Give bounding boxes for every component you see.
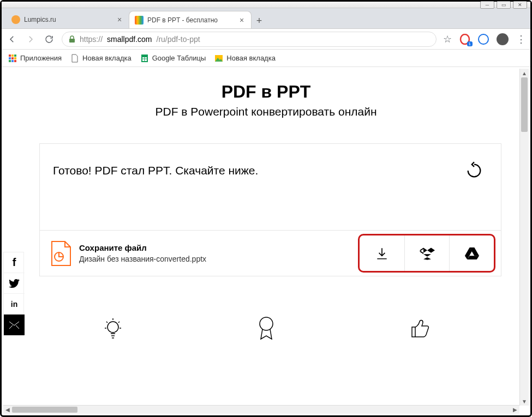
facebook-share-button[interactable]: f <box>4 252 25 273</box>
feature-icons-row <box>3 315 529 342</box>
file-name: Дизайн без названия-converted.pptx <box>79 255 206 263</box>
save-file-label: Сохраните файл <box>79 243 206 252</box>
twitter-share-button[interactable] <box>4 273 25 294</box>
svg-rect-7 <box>14 57 16 59</box>
svg-point-19 <box>260 317 273 330</box>
scroll-thumb[interactable] <box>12 407 77 413</box>
favicon-icon <box>135 16 144 25</box>
address-bar: https://smallpdf.com/ru/pdf-to-ppt ☆ 1 ⋮ <box>2 29 530 50</box>
email-icon <box>9 322 19 329</box>
minimize-button[interactable]: ─ <box>480 1 494 9</box>
award-icon <box>253 315 280 342</box>
twitter-icon <box>9 279 20 288</box>
tab-smallpdf[interactable]: PDF в PPT - бесплатно × <box>129 11 252 28</box>
bookmark-newtab1[interactable]: Новая вкладка <box>70 54 131 63</box>
reload-button[interactable] <box>43 33 55 45</box>
url-input[interactable]: https://smallpdf.com/ru/pdf-to-ppt <box>62 32 437 47</box>
close-tab-icon[interactable]: × <box>238 16 246 24</box>
thumbs-up-icon <box>406 315 433 342</box>
scroll-thumb[interactable] <box>521 77 528 132</box>
svg-rect-4 <box>14 55 16 57</box>
forward-button[interactable] <box>25 33 37 45</box>
new-tab-button[interactable]: + <box>252 13 267 28</box>
tab-bar: Lumpics.ru × PDF в PPT - бесплатно × + <box>2 8 530 29</box>
bookmark-label: Новая вкладка <box>226 54 276 62</box>
scroll-left-arrow[interactable]: ◀ <box>3 406 12 414</box>
url-protocol: https:// <box>80 35 103 44</box>
page-icon <box>70 54 79 63</box>
scroll-right-arrow[interactable]: ▶ <box>511 406 519 414</box>
tab-title: Lumpics.ru <box>24 16 56 23</box>
lock-icon <box>69 35 75 43</box>
dropbox-icon <box>420 246 435 261</box>
page-title: PDF в PPT <box>3 82 529 102</box>
svg-rect-8 <box>9 60 11 62</box>
tab-title: PDF в PPT - бесплатно <box>147 16 218 24</box>
url-path: /ru/pdf-to-ppt <box>157 35 200 44</box>
lightbulb-icon <box>99 315 127 342</box>
scroll-down-arrow[interactable]: ▼ <box>520 397 529 406</box>
gdrive-icon <box>464 247 480 260</box>
facebook-icon: f <box>13 256 16 269</box>
bookmark-sheets[interactable]: Google Таблицы <box>140 54 206 63</box>
browser-window: ─ ▭ ✕ Lumpics.ru × PDF в PPT - бесплатно… <box>0 0 532 417</box>
download-button[interactable] <box>360 235 404 271</box>
email-share-button[interactable] <box>4 315 25 335</box>
browser-menu-button[interactable]: ⋮ <box>516 33 526 45</box>
bookmarks-bar: Приложения Новая вкладка Google Таблицы … <box>2 50 530 67</box>
status-message: Готово! PDF стал PPT. Скачайте ниже. <box>53 164 258 177</box>
sheets-icon <box>140 54 149 63</box>
bookmark-label: Приложения <box>20 54 62 62</box>
page-content: PDF в PPT PDF в Powerpoint конвертироват… <box>3 69 529 406</box>
horizontal-scrollbar[interactable]: ◀ ▶ <box>3 405 519 414</box>
svg-point-18 <box>107 322 118 333</box>
bookmark-apps[interactable]: Приложения <box>8 54 62 63</box>
bookmark-label: Google Таблицы <box>152 54 206 62</box>
back-button[interactable] <box>6 33 18 45</box>
social-share-strip: f in <box>3 252 24 336</box>
scroll-up-arrow[interactable]: ▲ <box>520 69 529 77</box>
maximize-button[interactable]: ▭ <box>497 1 511 9</box>
vertical-scrollbar[interactable]: ▲ ▼ <box>519 69 529 406</box>
dropbox-button[interactable] <box>404 235 449 271</box>
bookmark-newtab2[interactable]: Новая вкладка <box>214 54 276 63</box>
apps-icon <box>8 54 17 63</box>
linkedin-icon: in <box>11 300 17 309</box>
close-tab-icon[interactable]: × <box>116 16 123 23</box>
pptx-file-icon <box>51 240 71 267</box>
bookmark-label: Новая вкладка <box>82 54 131 62</box>
file-row: Сохраните файл Дизайн без названия-conve… <box>40 230 501 276</box>
favicon-icon <box>11 15 20 24</box>
svg-rect-9 <box>11 60 14 62</box>
url-host: smallpdf.com <box>107 35 152 44</box>
svg-rect-3 <box>11 55 14 57</box>
extension-opera-icon[interactable]: 1 <box>459 34 470 45</box>
retry-button[interactable] <box>464 160 485 181</box>
image-icon <box>214 54 223 63</box>
page-subtitle: PDF в Powerpoint конвертировать онлайн <box>3 105 529 118</box>
close-window-button[interactable]: ✕ <box>513 1 527 9</box>
download-icon <box>375 246 389 261</box>
linkedin-share-button[interactable]: in <box>4 294 25 315</box>
conversion-card: Готово! PDF стал PPT. Скачайте ниже. <box>39 143 501 276</box>
svg-rect-2 <box>9 55 11 57</box>
svg-rect-6 <box>11 57 14 59</box>
profile-avatar[interactable] <box>497 33 509 45</box>
window-titlebar: ─ ▭ ✕ <box>2 2 530 8</box>
bookmark-star-icon[interactable]: ☆ <box>443 33 452 45</box>
globe-icon[interactable] <box>478 34 489 45</box>
download-actions-highlight <box>358 234 495 273</box>
gdrive-button[interactable] <box>449 235 494 271</box>
svg-rect-5 <box>9 57 11 59</box>
tab-lumpics[interactable]: Lumpics.ru × <box>6 11 129 28</box>
svg-rect-0 <box>69 39 75 43</box>
svg-rect-10 <box>14 60 16 62</box>
